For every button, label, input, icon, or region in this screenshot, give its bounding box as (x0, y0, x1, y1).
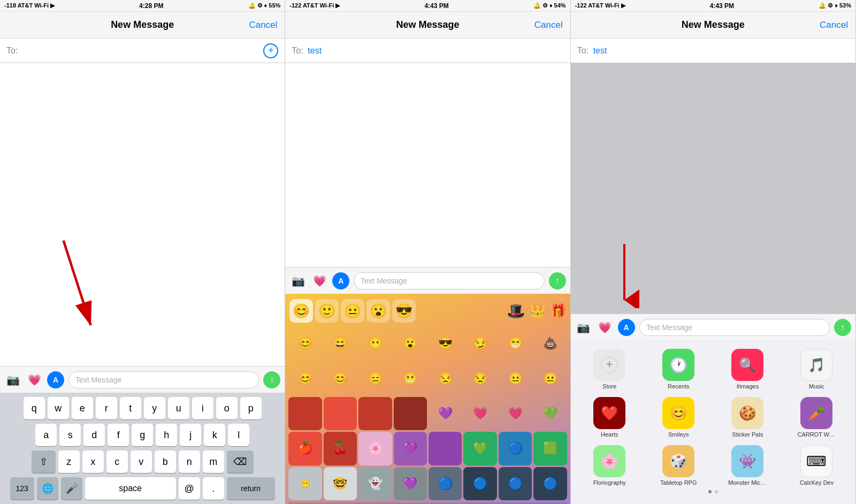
appstore-icon-1[interactable]: A (47, 371, 64, 388)
sticker-2[interactable]: 😄 (324, 327, 357, 360)
key-at[interactable]: @ (179, 477, 200, 500)
key-q[interactable]: q (24, 397, 45, 419)
key-g[interactable]: g (132, 424, 153, 446)
sticker-1[interactable]: 😊 (288, 327, 322, 360)
app-item-monster[interactable]: 👾 Monster Micr... (715, 445, 780, 486)
sticker-4[interactable]: 😮 (394, 327, 427, 360)
sticker-25[interactable]: 🍎 (288, 432, 322, 465)
sticker-33[interactable]: 😶 (288, 467, 322, 500)
key-c[interactable]: c (106, 450, 128, 473)
app-item-hearts[interactable]: ❤️ Hearts (577, 397, 642, 438)
key-l[interactable]: l (228, 424, 249, 446)
sticker-27[interactable]: 🌸 (358, 432, 392, 465)
sticker-21[interactable]: 💜 (429, 397, 462, 430)
cancel-button-1[interactable]: Cancel (249, 20, 277, 30)
app-item-stickerpals[interactable]: 🍪 Sticker Pals (715, 397, 780, 438)
sticker-15[interactable]: 😐 (499, 362, 532, 395)
app-item-store[interactable]: + Store (577, 349, 642, 390)
message-input-3[interactable]: Text Message (639, 319, 830, 336)
app-item-carrot[interactable]: 🥕 CARROT Wea... (784, 397, 849, 438)
key-z[interactable]: z (58, 450, 80, 473)
send-button-1[interactable]: ↑ (263, 371, 280, 388)
sticker-40[interactable]: 🔵 (533, 467, 567, 500)
sticker-18[interactable] (324, 397, 357, 430)
key-m[interactable]: m (203, 450, 224, 473)
add-recipient-button-1[interactable]: + (263, 43, 278, 58)
sticker-7[interactable]: 😁 (499, 327, 532, 360)
sticker-5[interactable]: 😎 (429, 327, 462, 360)
app-item-images[interactable]: 🔍 #images (715, 349, 780, 390)
key-f[interactable]: f (108, 424, 129, 446)
key-x[interactable]: x (82, 450, 104, 473)
sticker-35[interactable]: 👻 (358, 467, 392, 500)
sticker-pack-3[interactable]: 😐 (341, 299, 364, 323)
sticker-pack-2[interactable]: 🙂 (315, 299, 339, 323)
sticker-6[interactable]: 😏 (463, 327, 496, 360)
key-delete[interactable]: ⌫ (227, 450, 254, 473)
key-mic[interactable]: 🎤 (61, 477, 82, 500)
sticker-12[interactable]: 😬 (394, 362, 427, 395)
sticker-pack-4[interactable]: 😮 (366, 299, 390, 323)
cancel-button-3[interactable]: Cancel (820, 20, 848, 30)
key-j[interactable]: j (180, 424, 201, 446)
key-w[interactable]: w (48, 397, 69, 419)
sticker-16[interactable]: 😐 (533, 362, 567, 395)
sticker-19[interactable] (358, 397, 392, 430)
key-i[interactable]: i (192, 397, 213, 419)
app-item-smileys[interactable]: 😊 Smileys (646, 397, 711, 438)
sticker-9[interactable]: 😊 (288, 362, 322, 395)
key-n[interactable]: n (179, 450, 200, 473)
key-shift[interactable]: ⇧ (32, 450, 56, 473)
sticker-pack-5[interactable]: 😎 (392, 299, 416, 323)
sticker-20[interactable] (394, 397, 427, 430)
sticker-34[interactable]: 🤓 (324, 467, 357, 500)
app-item-calckey[interactable]: ⌨ CalcKey Dev (784, 445, 849, 486)
key-b[interactable]: b (155, 450, 176, 473)
sticker-pack-1[interactable]: 😊 (289, 299, 313, 323)
key-space[interactable]: space (85, 477, 176, 500)
sticker-31[interactable]: 🔵 (499, 432, 532, 465)
sticker-3[interactable]: 😶 (358, 327, 392, 360)
sticker-39[interactable]: 🔵 (499, 467, 532, 500)
cancel-button-2[interactable]: Cancel (534, 20, 563, 30)
appstore-icon-3[interactable]: A (618, 319, 635, 336)
key-dot[interactable]: . (203, 477, 224, 500)
key-e[interactable]: e (72, 397, 93, 419)
camera-icon-1[interactable]: 📷 (4, 371, 21, 388)
key-h[interactable]: h (156, 424, 177, 446)
app-item-recents[interactable]: 🕐 Recents (646, 349, 711, 390)
send-button-2[interactable]: ↑ (549, 272, 566, 289)
sticker-37[interactable]: 🔵 (429, 467, 462, 500)
sticker-30[interactable]: 💚 (463, 432, 496, 465)
app-item-floriography[interactable]: 🌸 Floriography (577, 445, 642, 486)
send-button-3[interactable]: ↑ (834, 319, 851, 336)
heartbeat-icon-2[interactable]: 💗 (311, 272, 328, 289)
sticker-38[interactable]: 🔵 (463, 467, 496, 500)
key-s[interactable]: s (59, 424, 81, 446)
sticker-8[interactable]: 💩 (533, 327, 567, 360)
sticker-22[interactable]: 💗 (463, 397, 496, 430)
key-globe[interactable]: 🌐 (37, 477, 58, 500)
key-p[interactable]: p (240, 397, 262, 419)
camera-icon-3[interactable]: 📷 (575, 319, 592, 336)
sticker-28[interactable]: 💜 (394, 432, 427, 465)
to-input-1[interactable] (22, 46, 261, 56)
key-y[interactable]: y (144, 397, 165, 419)
heartbeat-icon-1[interactable]: 💗 (26, 371, 43, 388)
sticker-23[interactable]: 💗 (499, 397, 532, 430)
key-k[interactable]: k (204, 424, 225, 446)
key-t[interactable]: t (120, 397, 141, 419)
sticker-36[interactable]: 💜 (394, 467, 427, 500)
sticker-26[interactable]: 🍒 (324, 432, 357, 465)
key-d[interactable]: d (83, 424, 105, 446)
sticker-17[interactable] (288, 397, 322, 430)
key-v[interactable]: v (131, 450, 152, 473)
sticker-14[interactable]: 😒 (463, 362, 496, 395)
key-r[interactable]: r (96, 397, 117, 419)
sticker-32[interactable]: 🟩 (533, 432, 567, 465)
key-return[interactable]: return (227, 477, 275, 500)
sticker-24[interactable]: 💚 (533, 397, 567, 430)
key-u[interactable]: u (168, 397, 189, 419)
message-input-2[interactable]: Text Message (354, 272, 544, 289)
sticker-10[interactable]: 😊 (324, 362, 357, 395)
